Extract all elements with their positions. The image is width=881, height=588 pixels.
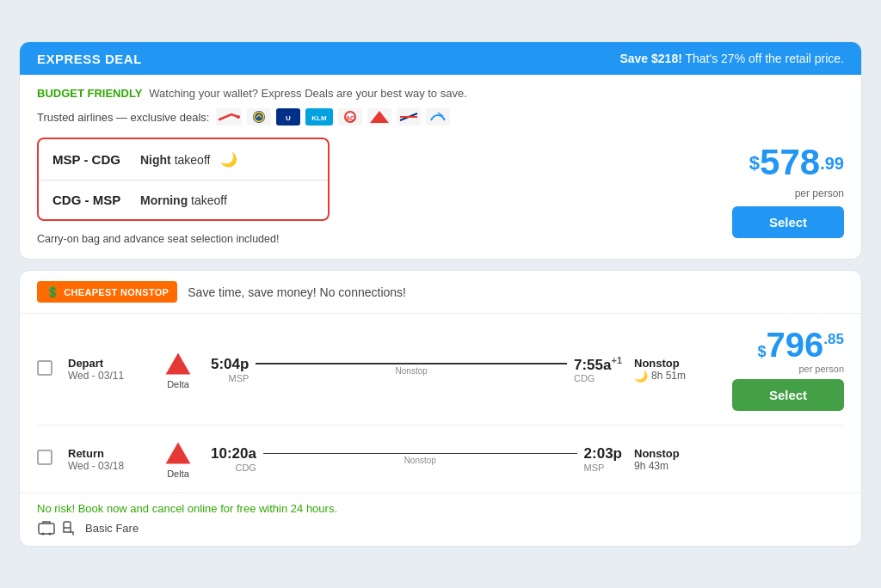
depart-checkbox-cell[interactable] <box>37 360 56 379</box>
budget-label: BUDGET FRIENDLY <box>37 87 142 100</box>
arrive-airport: CDG <box>574 373 622 383</box>
depart-route-times: 5:04p MSP Nonstop 7:55a+1 CDG <box>211 355 622 384</box>
return-duration-cell: Nonstop 9h 43m <box>634 447 712 472</box>
no-risk-text: No risk! Book now and cancel online for … <box>37 502 844 515</box>
svg-rect-21 <box>39 524 54 534</box>
nonstop-body: Depart Wed - 03/11 Delta 5:04p MSP <box>20 314 861 493</box>
express-left: MSP - CDG Night takeoff 🌙 CDG - MSP Morn… <box>37 138 330 245</box>
express-flights-box: MSP - CDG Night takeoff 🌙 CDG - MSP Morn… <box>37 138 330 221</box>
nonstop-price-whole: 796 <box>767 328 824 362</box>
outbound-time-label: Night takeoff <box>140 153 210 167</box>
airline-icon-american <box>397 108 421 126</box>
fare-icons <box>37 520 78 536</box>
depart-time: 5:04p <box>211 356 249 373</box>
express-header: EXPRESS DEAL Save $218! That's 27% off t… <box>20 42 861 75</box>
express-select-button[interactable]: Select <box>732 206 844 238</box>
nonstop-price-cents: .85 <box>823 331 844 348</box>
nonstop-price-dollar: $ <box>758 343 767 361</box>
nonstop-card: 💲 CHEAPEST NONSTOP Save time, save money… <box>19 270 862 547</box>
cheapest-nonstop-badge: 💲 CHEAPEST NONSTOP <box>37 281 177 303</box>
airlines-row: Trusted airlines — exclusive deals: <box>37 108 844 126</box>
outbound-label: Night <box>140 153 171 167</box>
express-price-display: $578.99 <box>749 144 844 181</box>
depart-flight-row: Depart Wed - 03/11 Delta 5:04p MSP <box>37 314 844 426</box>
return-nonstop-label: Nonstop <box>404 456 436 465</box>
dollar-circle-icon: 💲 <box>46 285 59 298</box>
page-container: EXPRESS DEAL Save $218! That's 27% off t… <box>19 41 862 547</box>
svg-marker-19 <box>166 352 191 374</box>
airline-icon-aircanada: AC <box>338 108 362 126</box>
budget-banner: BUDGET FRIENDLY Watching your wallet? Ex… <box>37 87 844 100</box>
svg-text:KLM: KLM <box>312 114 328 122</box>
return-arrive-airport: MSP <box>584 462 622 473</box>
return-suffix: takeoff <box>191 193 227 207</box>
depart-time-cell: 5:04p MSP <box>211 356 249 383</box>
return-depart-airport: CDG <box>211 462 256 473</box>
svg-rect-24 <box>64 522 71 528</box>
nonstop-price-row: $ 796 .85 <box>758 328 844 362</box>
return-date: Wed - 03/18 <box>68 460 145 472</box>
express-deal-title: EXPRESS DEAL <box>37 52 142 66</box>
depart-airport: MSP <box>211 373 249 383</box>
return-duration-time: 9h 43m <box>634 460 712 472</box>
outbound-route: MSP - CDG <box>52 152 130 167</box>
depart-airline-name: Delta <box>167 379 189 389</box>
return-airline-name: Delta <box>167 469 189 479</box>
delta-logo-icon <box>164 350 192 377</box>
svg-marker-20 <box>166 443 191 464</box>
return-info: Return Wed - 03/18 <box>68 447 145 472</box>
return-duration: 9h 43m <box>634 460 668 472</box>
airline-icon-lufthansa <box>247 108 271 126</box>
nonstop-footer: No risk! Book now and cancel online for … <box>20 493 861 546</box>
delta-return-logo-icon <box>164 439 192 467</box>
airline-icon-united: U <box>276 108 300 126</box>
depart-duration: 8h 51m <box>651 370 686 382</box>
return-nonstop-label: Nonstop <box>634 447 712 460</box>
route-line-wrap: Nonstop <box>256 363 567 376</box>
svg-text:AC: AC <box>346 115 354 121</box>
outbound-suffix: takeoff <box>175 153 211 167</box>
depart-nonstop-label: Nonstop <box>634 357 712 370</box>
nonstop-tagline: Save time, save money! No connections! <box>188 285 406 299</box>
depart-label: Depart <box>68 357 145 370</box>
route-line <box>256 363 567 364</box>
arrive-time: 7:55a+1 <box>574 355 622 374</box>
express-savings-suffix: That's 27% off the retail price. <box>685 52 844 65</box>
carry-on-note: Carry-on bag and advance seat selection … <box>37 233 330 245</box>
depart-info: Depart Wed - 03/11 <box>68 357 145 382</box>
return-label: Return <box>68 447 145 460</box>
return-label: Morning <box>140 193 188 207</box>
return-checkbox[interactable] <box>37 450 52 465</box>
depart-duration-cell: Nonstop 🌙 8h 51m <box>634 357 712 383</box>
return-route-times: 10:20a CDG Nonstop 2:03p MSP <box>211 445 622 473</box>
express-body: BUDGET FRIENDLY Watching your wallet? Ex… <box>20 75 861 259</box>
carry-on-text: Carry-on bag and advance seat selection … <box>37 233 279 245</box>
airlines-label: Trusted airlines — exclusive deals: <box>37 111 209 124</box>
return-flight-row: Return Wed - 03/18 Delta 10:20a CDG <box>37 426 844 493</box>
express-price-cents: .99 <box>820 154 844 173</box>
express-price-whole: 578 <box>760 142 820 182</box>
basic-fare-label: Basic Fare <box>85 522 139 535</box>
basic-fare-row: Basic Fare <box>37 520 844 536</box>
express-deal-card: EXPRESS DEAL Save $218! That's 27% off t… <box>19 41 862 260</box>
moon-small-icon: 🌙 <box>634 370 648 383</box>
budget-text: Watching your wallet? Express Deals are … <box>149 87 466 100</box>
return-depart-time: 10:20a <box>211 445 256 462</box>
express-outbound-row: MSP - CDG Night takeoff 🌙 <box>39 139 328 180</box>
return-route-line-wrap: Nonstop <box>263 453 577 466</box>
svg-text:U: U <box>286 114 292 122</box>
return-time-label: Morning takeoff <box>140 193 227 207</box>
express-per-person: per person <box>795 187 844 199</box>
return-checkbox-cell[interactable] <box>37 450 56 469</box>
svg-point-23 <box>49 533 52 536</box>
route-nonstop-label: Nonstop <box>396 366 428 376</box>
depart-airline-logo: Delta <box>157 350 199 389</box>
express-price-section: $578.99 per person Select <box>732 144 844 238</box>
return-arrive-time-cell: 2:03p MSP <box>584 445 622 473</box>
depart-date: Wed - 03/11 <box>68 370 145 382</box>
airline-icons: U KLM AC <box>216 108 450 126</box>
nonstop-select-button[interactable]: Select <box>732 379 844 411</box>
return-route: CDG - MSP <box>52 193 130 207</box>
depart-checkbox[interactable] <box>37 360 52 376</box>
arrive-time-cell: 7:55a+1 CDG <box>574 355 622 384</box>
